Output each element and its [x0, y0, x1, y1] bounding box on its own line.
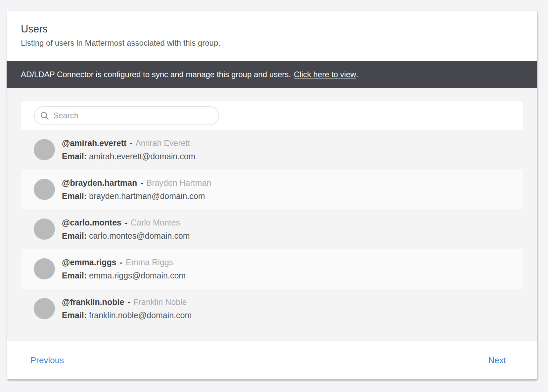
- separator: -: [130, 138, 132, 148]
- user-list-item: @franklin.noble - Franklin Noble Email:f…: [21, 289, 523, 328]
- search-input[interactable]: [53, 111, 218, 120]
- avatar: [34, 298, 55, 319]
- users-section: @amirah.everett - Amirah Everett Email:a…: [7, 88, 537, 341]
- user-list-item: @brayden.hartman - Brayden Hartman Email…: [21, 170, 523, 209]
- username: @franklin.noble: [62, 297, 124, 307]
- card-header: Users Listing of users in Mattermost ass…: [7, 11, 537, 61]
- separator: -: [120, 258, 122, 267]
- user-list-item: @carlo.montes - Carlo Montes Email:carlo…: [21, 209, 523, 249]
- pagination-next-link[interactable]: Next: [488, 355, 506, 366]
- email-value: franklin.noble@domain.com: [89, 311, 192, 320]
- user-list-item: @amirah.everett - Amirah Everett Email:a…: [21, 130, 523, 170]
- banner-suffix: .: [356, 70, 358, 79]
- username: @emma.riggs: [62, 258, 116, 267]
- banner-click-here-link[interactable]: Click here to view: [294, 70, 356, 79]
- page-subtitle: Listing of users in Mattermost associate…: [21, 38, 523, 48]
- magnifier-icon: [40, 111, 49, 120]
- email-label: Email:: [62, 152, 87, 161]
- avatar: [34, 219, 55, 240]
- pagination-footer: Previous Next: [7, 341, 537, 379]
- separator: -: [127, 297, 130, 307]
- email-value: emma.riggs@domain.com: [89, 271, 186, 280]
- avatar: [34, 258, 55, 279]
- page-title: Users: [21, 23, 523, 35]
- separator: -: [140, 178, 143, 187]
- email-value: amirah.everett@domain.com: [89, 152, 195, 161]
- avatar: [34, 179, 55, 200]
- user-list-item: @emma.riggs - Emma Riggs Email:emma.rigg…: [21, 249, 523, 289]
- separator: -: [125, 218, 127, 227]
- pagination-previous-link[interactable]: Previous: [30, 355, 64, 366]
- username: @amirah.everett: [62, 138, 126, 148]
- user-fullname: Carlo Montes: [131, 218, 180, 227]
- user-fullname: Brayden Hartman: [146, 178, 211, 187]
- email-value: carlo.montes@domain.com: [89, 231, 190, 240]
- email-label: Email:: [62, 271, 87, 280]
- username: @brayden.hartman: [62, 178, 137, 187]
- user-fullname: Franklin Noble: [134, 297, 187, 307]
- search-box[interactable]: [34, 106, 219, 125]
- avatar: [34, 139, 55, 160]
- user-fullname: Amirah Everett: [135, 138, 190, 148]
- email-value: brayden.hartman@domain.com: [89, 191, 205, 201]
- user-list: @amirah.everett - Amirah Everett Email:a…: [21, 130, 523, 328]
- search-band: [21, 101, 523, 130]
- banner-message: AD/LDAP Connector is configured to sync …: [21, 70, 291, 79]
- email-label: Email:: [62, 231, 87, 240]
- ldap-sync-banner: AD/LDAP Connector is configured to sync …: [7, 61, 537, 88]
- user-fullname: Emma Riggs: [126, 258, 173, 267]
- email-label: Email:: [62, 191, 87, 201]
- email-label: Email:: [62, 311, 87, 320]
- username: @carlo.montes: [62, 218, 121, 227]
- users-card: Users Listing of users in Mattermost ass…: [7, 11, 537, 379]
